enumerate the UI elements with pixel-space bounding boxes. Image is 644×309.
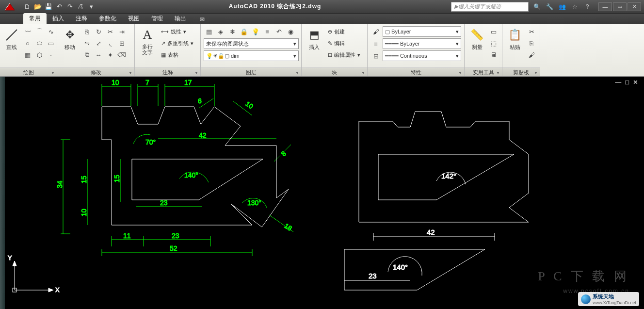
move-label: 移动 xyxy=(64,44,75,51)
minimize-button[interactable]: — xyxy=(598,2,612,11)
mtext-button[interactable]: A 多行 文字 xyxy=(138,26,157,56)
copy-clip-icon[interactable]: ⎘ xyxy=(526,38,537,49)
favorite-icon[interactable]: ☆ xyxy=(569,2,580,11)
tab-view[interactable]: 视图 xyxy=(122,13,145,24)
stretch-icon[interactable]: ↔ xyxy=(93,49,104,60)
qat-redo-icon[interactable]: ↷ xyxy=(65,2,75,12)
qat-undo-icon[interactable]: ↶ xyxy=(54,2,64,12)
qat-new-icon[interactable]: 🗋 xyxy=(22,2,32,12)
qat-save-icon[interactable]: 💾 xyxy=(44,2,53,12)
spline-icon[interactable]: ∿ xyxy=(46,26,56,37)
app-logo[interactable] xyxy=(0,0,19,14)
fillet-icon[interactable]: ◟ xyxy=(105,38,115,49)
panel-props-title[interactable]: 特性 ▼ xyxy=(368,67,464,76)
svg-text:15: 15 xyxy=(113,175,121,182)
select-icon[interactable]: ▭ xyxy=(488,26,499,37)
cut-icon[interactable]: ✂ xyxy=(526,26,537,37)
layer-on-icon[interactable]: 💡 xyxy=(250,26,261,37)
qat-open-icon[interactable]: 📂 xyxy=(33,2,43,12)
hatch-icon[interactable]: ▦ xyxy=(22,49,33,60)
arc-icon[interactable]: ⌒ xyxy=(34,26,45,37)
svg-line-0 xyxy=(6,30,17,40)
linetype-icon[interactable]: ⊟ xyxy=(370,50,381,61)
layer-current-combo[interactable]: 💡☀🔓▢ dim▾ xyxy=(204,50,299,61)
layer-match-icon[interactable]: ≡ xyxy=(262,26,273,37)
table-button[interactable]: ▦表格 xyxy=(159,49,195,60)
tab-parametric[interactable]: 参数化 xyxy=(93,13,122,24)
dim-linear-button[interactable]: ⟷线性 ▾ xyxy=(159,26,195,37)
matchprop-icon[interactable]: 🖌 xyxy=(370,26,381,37)
close-button[interactable]: ✕ xyxy=(628,2,641,11)
scale-icon[interactable]: ⤢ xyxy=(93,38,104,49)
panel-utils-title[interactable]: 实用工具 ▼ xyxy=(465,67,502,76)
block-edit-button[interactable]: ✎编辑 xyxy=(326,38,362,49)
panel-draw-title[interactable]: 绘图 ▼ xyxy=(0,67,57,76)
help-icon[interactable]: ? xyxy=(582,2,593,11)
paste-button[interactable]: 📋 粘贴 xyxy=(505,26,524,52)
binoculars-icon[interactable]: 🔍 xyxy=(531,2,542,11)
erase-icon[interactable]: ⌫ xyxy=(116,49,127,60)
block-attr-button[interactable]: ⊟编辑属性 ▾ xyxy=(326,49,362,60)
offset-icon[interactable]: ⧉ xyxy=(81,49,92,60)
extend-icon[interactable]: ⇥ xyxy=(116,26,127,37)
tab-manage[interactable]: 管理 xyxy=(145,13,169,24)
panel-clip-title[interactable]: 剪贴板 ▼ xyxy=(502,67,540,76)
lineweight-combo[interactable]: ━━━━ ByLayer▾ xyxy=(383,38,461,49)
array-icon[interactable]: ⊞ xyxy=(116,38,127,49)
trim-icon[interactable]: ✂ xyxy=(105,26,115,37)
rect-icon[interactable]: ▭ xyxy=(46,38,56,49)
move-button[interactable]: ✥ 移动 xyxy=(60,26,80,52)
pline-icon[interactable]: 〰 xyxy=(22,26,33,37)
ellipse-icon[interactable]: ⬭ xyxy=(34,38,45,49)
panel-block: ⬒ 插入 ⊕创建 ✎编辑 ⊟编辑属性 ▾ 块 ▼ xyxy=(302,24,368,76)
layer-prev-icon[interactable]: ↶ xyxy=(274,26,284,37)
svg-text:34: 34 xyxy=(56,180,64,188)
maximize-button[interactable]: ▭ xyxy=(613,2,627,11)
qat-dropdown-icon[interactable]: ▾ xyxy=(86,2,96,12)
layer-state-combo[interactable]: 未保存的图层状态▾ xyxy=(204,38,299,49)
calc-icon[interactable]: 🖩 xyxy=(488,49,499,60)
qat-print-icon[interactable]: 🖨 xyxy=(76,2,85,12)
tab-annotate[interactable]: 注释 xyxy=(70,13,93,24)
line-button[interactable]: 直线 xyxy=(3,26,20,52)
search-input[interactable]: ▶ 键入关键字或短语 xyxy=(451,2,529,12)
rotate-icon[interactable]: ↻ xyxy=(93,26,104,37)
polygon-icon[interactable]: ⬡ xyxy=(34,49,45,60)
svg-text:23: 23 xyxy=(172,232,179,240)
mirror-icon[interactable]: ⇋ xyxy=(81,38,92,49)
insert-block-icon: ⬒ xyxy=(306,27,322,43)
drawing-area[interactable]: — □ ✕ 10 7 17 6 10 70° 42 8 34 15 15 10 xyxy=(0,77,644,309)
layer-iso-icon[interactable]: ◈ xyxy=(215,26,226,37)
panel-layers-title[interactable]: 图层 ▼ xyxy=(201,67,301,76)
layer-freeze-icon[interactable]: ❄ xyxy=(227,26,238,37)
layer-prop-icon[interactable]: ▤ xyxy=(204,26,214,37)
svg-text:142°: 142° xyxy=(441,172,456,180)
tab-output[interactable]: 输出 xyxy=(169,13,192,24)
comm-icon[interactable]: 👥 xyxy=(557,2,567,11)
mail-icon[interactable]: ✉ xyxy=(196,15,209,24)
tab-home[interactable]: 常用 xyxy=(23,13,47,24)
color-combo[interactable]: ▢ ByLayer▾ xyxy=(383,26,461,37)
match-icon[interactable]: 🖌 xyxy=(526,49,537,60)
measure-button[interactable]: 📏 测量 xyxy=(467,26,486,52)
layer-walk-icon[interactable]: ◉ xyxy=(285,26,296,37)
svg-text:10: 10 xyxy=(112,79,119,86)
linetype-combo[interactable]: ━━━━ Continuous▾ xyxy=(383,50,461,61)
mtext-label: 多行 文字 xyxy=(142,44,153,55)
circle-icon[interactable]: ○ xyxy=(22,38,33,49)
explode-icon[interactable]: ✦ xyxy=(105,49,115,60)
svg-text:15: 15 xyxy=(80,176,88,183)
panel-block-title[interactable]: 块 ▼ xyxy=(302,67,367,76)
insert-block-button[interactable]: ⬒ 插入 xyxy=(305,26,324,52)
lineweight-icon[interactable]: ≡ xyxy=(370,38,381,49)
copy-icon[interactable]: ⎘ xyxy=(81,26,92,37)
key-icon[interactable]: 🔧 xyxy=(544,2,555,11)
layer-lock-icon[interactable]: 🔒 xyxy=(239,26,249,37)
qselect-icon[interactable]: ⬚ xyxy=(488,38,499,49)
mleader-button[interactable]: ↗多重引线 ▾ xyxy=(159,38,195,49)
block-create-button[interactable]: ⊕创建 xyxy=(326,26,362,37)
panel-annotate-title[interactable]: 注释 ▼ xyxy=(135,67,200,76)
point-icon[interactable]: ∙ xyxy=(46,49,56,60)
panel-modify-title[interactable]: 修改 ▼ xyxy=(57,67,134,76)
tab-insert[interactable]: 插入 xyxy=(47,13,70,24)
